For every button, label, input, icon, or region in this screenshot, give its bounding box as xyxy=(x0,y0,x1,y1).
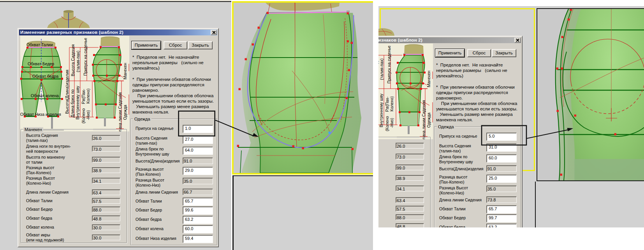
svg-text:Припуск на сиденье: Припуск на сиденье xyxy=(387,45,391,84)
svg-text:(талия-пах): (талия-пах) xyxy=(76,51,80,72)
svg-text:Внутреннему шву: Внутреннему шву xyxy=(75,86,80,119)
svg-text:Обхват бедра: Обхват бедра xyxy=(32,74,58,79)
svg-text:Одежда: Одежда xyxy=(426,112,431,128)
svg-text:Длина линии Сидения: Длина линии Сидения xyxy=(421,100,426,139)
svg-text:Р.в(Пах-: Р.в(Пах- xyxy=(81,89,86,104)
svg-text:Длина линии Сидения: Длина линии Сидения xyxy=(118,93,122,131)
svg-text:Обхват Низа изделия: Обхват Низа изделия xyxy=(20,112,61,117)
svg-text:Р.в(Пах-: Р.в(Пах- xyxy=(385,96,389,112)
svg-text:Высота Сидения: Высота Сидения xyxy=(378,52,379,84)
svg-text:Обхват Бедер: Обхват Бедер xyxy=(28,61,54,66)
svg-text:(талия-пах): (талия-пах) xyxy=(379,58,384,80)
svg-text:(Колено: (Колено xyxy=(81,108,86,123)
svg-text:Припуск на сиденье: Припуск на сиденье xyxy=(83,38,88,76)
svg-text:Обхват Талии: Обхват Талии xyxy=(26,42,53,47)
svg-text:Колено): Колено) xyxy=(86,89,90,104)
svg-text:Высота Сидения: Высота Сидения xyxy=(70,44,75,76)
svg-text:Длина брюк по: Длина брюк по xyxy=(70,89,75,118)
svg-text:Одежда: Одежда xyxy=(123,105,127,120)
svg-text:Обхват колена: Обхват колена xyxy=(31,93,59,98)
svg-text:(Колено: (Колено xyxy=(385,116,389,131)
svg-text:-Низ): -Низ) xyxy=(389,118,394,128)
svg-text:Манекен: Манекен xyxy=(123,63,127,79)
svg-text:-Низ): -Низ) xyxy=(86,110,90,120)
svg-text:Манекен: Манекен xyxy=(426,70,431,87)
svg-text:Высота(Длина)изделия: Высота(Длина)изделия xyxy=(65,70,69,114)
svg-text:Внутреннему шву: Внутреннему шву xyxy=(379,93,384,127)
svg-text:Колено): Колено) xyxy=(389,96,394,112)
